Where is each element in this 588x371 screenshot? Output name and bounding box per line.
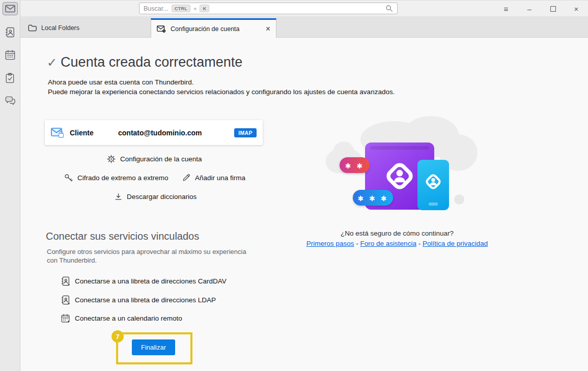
tasks-icon bbox=[6, 73, 14, 83]
account-email: contato@tudominio.com bbox=[118, 129, 202, 137]
check-icon: ✓ bbox=[47, 55, 57, 70]
address-book-icon bbox=[61, 295, 70, 305]
intro-line-1: Ahora puede usar esta cuenta con Thunder… bbox=[48, 77, 395, 87]
chat-icon bbox=[5, 96, 15, 106]
maximize-icon bbox=[550, 6, 556, 12]
finish-button[interactable]: Finalizar bbox=[132, 339, 175, 355]
service-label: Conectarse a un calendario remoto bbox=[75, 315, 182, 322]
help-links-row: Primeros pasos - Foro de asistencia - Po… bbox=[244, 240, 550, 247]
account-mail-lock-icon bbox=[51, 127, 64, 138]
global-search-input[interactable]: Buscar... CTRL + K bbox=[139, 3, 398, 14]
k-key-hint: K bbox=[200, 5, 209, 12]
key-icon bbox=[64, 174, 73, 182]
account-setup-icon bbox=[157, 25, 166, 33]
tab-bar: Local Folders Configuración de cuenta × bbox=[20, 16, 588, 38]
getting-started-link[interactable]: Primeros pasos bbox=[306, 240, 354, 247]
account-hub-content: ✓ Cuenta creada correctamente Ahora pued… bbox=[20, 38, 588, 371]
action-label: Configuración de la cuenta bbox=[120, 155, 202, 163]
search-placeholder: Buscar... bbox=[144, 5, 169, 12]
add-signature-link[interactable]: Añadir una firma bbox=[182, 174, 245, 182]
account-settings-link[interactable]: Configuración de la cuenta bbox=[107, 155, 202, 163]
calendar-icon bbox=[5, 50, 15, 60]
tab-label: Local Folders bbox=[41, 24, 79, 32]
chat-space-button[interactable] bbox=[3, 94, 18, 107]
tab-label: Configuración de cuenta bbox=[171, 25, 240, 33]
privacy-policy-link[interactable]: Política de privacidad bbox=[423, 240, 488, 247]
profile-logo-icon bbox=[423, 171, 444, 192]
address-book-icon bbox=[61, 276, 70, 286]
window-controls: ≡ – × bbox=[494, 1, 588, 17]
connect-remote-calendar-link[interactable]: Conectarse a un calendario remoto bbox=[61, 314, 182, 323]
title-bar: Buscar... CTRL + K ≡ – × bbox=[20, 0, 588, 16]
link-separator: - bbox=[356, 240, 358, 247]
password-pill-long: ✱ ✱ ✱ bbox=[353, 190, 393, 206]
tab-local-folders[interactable]: Local Folders bbox=[20, 19, 151, 37]
close-icon: × bbox=[574, 5, 579, 13]
ctrl-key-hint: CTRL bbox=[172, 5, 190, 12]
phone-graphic bbox=[417, 160, 449, 210]
address-book-space-button[interactable] bbox=[3, 25, 18, 39]
profile-logo-icon bbox=[381, 157, 418, 195]
tab-close-icon[interactable]: × bbox=[266, 25, 270, 33]
service-label: Conectarse a una libreta de direcciones … bbox=[75, 277, 227, 285]
address-book-icon bbox=[5, 27, 15, 38]
thunderbird-window: Buscar... CTRL + K ≡ – × Local Folders C… bbox=[0, 0, 588, 371]
page-title: ✓ Cuenta creada correctamente bbox=[47, 54, 242, 70]
link-separator: - bbox=[418, 240, 421, 247]
tab-account-setup[interactable]: Configuración de cuenta × bbox=[151, 18, 276, 38]
connect-ldap-link[interactable]: Conectarse a una libreta de direcciones … bbox=[61, 295, 216, 305]
service-label: Conectarse a una libreta de direcciones … bbox=[75, 296, 216, 304]
screen-topbar bbox=[370, 146, 429, 150]
step-annotation-badge: 7 bbox=[111, 330, 124, 343]
minimize-button[interactable]: – bbox=[518, 1, 541, 17]
minimize-icon: – bbox=[527, 5, 531, 13]
close-window-button[interactable]: × bbox=[565, 1, 588, 17]
services-section-description: Configure otros servicios para aprovecha… bbox=[47, 247, 250, 265]
connect-carddav-link[interactable]: Conectarse a una libreta de direcciones … bbox=[61, 276, 227, 286]
mail-space-button[interactable] bbox=[3, 2, 18, 15]
help-question: ¿No está seguro de cómo continuar? bbox=[244, 230, 550, 237]
account-success-illustration: ✱ ✱ ✱ ✱ ✱ bbox=[326, 118, 479, 222]
maximize-button[interactable] bbox=[541, 1, 565, 17]
hamburger-menu-icon: ≡ bbox=[504, 5, 509, 13]
password-pill-short: ✱ ✱ bbox=[340, 157, 370, 173]
support-forum-link[interactable]: Foro de asistencia bbox=[360, 240, 416, 247]
download-dictionaries-link[interactable]: Descargar diccionarios bbox=[115, 193, 197, 201]
protocol-badge: IMAP bbox=[234, 128, 257, 137]
account-name: Cliente bbox=[70, 129, 118, 137]
calendar-space-button[interactable] bbox=[3, 48, 18, 62]
folder-icon bbox=[28, 24, 37, 32]
e2e-encryption-link[interactable]: Cifrado de extremo a extremo bbox=[64, 174, 169, 182]
download-icon bbox=[115, 193, 122, 201]
action-label: Descargar diccionarios bbox=[127, 193, 197, 201]
help-links-block: ¿No está seguro de cómo continuar? Prime… bbox=[244, 230, 550, 247]
pencil-icon bbox=[182, 174, 190, 182]
phone-home-button bbox=[429, 203, 438, 206]
account-card[interactable]: Cliente contato@tudominio.com IMAP bbox=[45, 120, 263, 145]
intro-line-2: Puede mejorar la experiencia conectando … bbox=[48, 87, 395, 97]
plus-separator: + bbox=[193, 6, 197, 12]
action-label: Añadir una firma bbox=[195, 174, 245, 182]
services-section-title: Conectar sus servicios vinculados bbox=[46, 231, 199, 242]
app-menu-button[interactable]: ≡ bbox=[494, 1, 518, 17]
intro-text: Ahora puede usar esta cuenta con Thunder… bbox=[48, 77, 395, 97]
spaces-toolbar bbox=[0, 0, 20, 371]
cloud-shape bbox=[454, 194, 464, 205]
calendar-icon bbox=[61, 314, 70, 323]
gear-icon bbox=[107, 155, 116, 163]
tasks-space-button[interactable] bbox=[3, 71, 18, 84]
action-label: Cifrado de extremo a extremo bbox=[77, 174, 169, 182]
search-icon bbox=[385, 5, 393, 12]
mail-icon bbox=[5, 5, 15, 13]
